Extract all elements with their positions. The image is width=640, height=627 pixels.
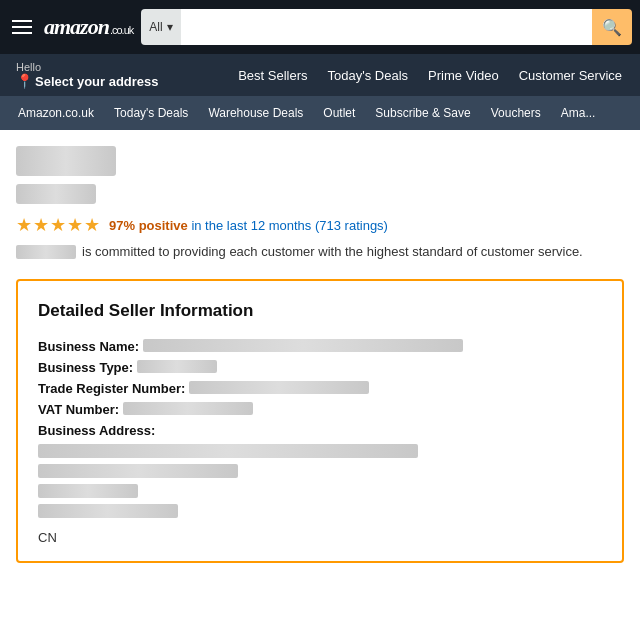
business-type-row: Business Type: [38, 360, 602, 375]
logo-text: amazon [44, 16, 109, 38]
chevron-down-icon: ▾ [167, 20, 173, 34]
nav-links: Best Sellers Today's Deals Prime Video C… [167, 64, 632, 87]
search-category-dropdown[interactable]: All ▾ [141, 9, 180, 45]
cat-vouchers[interactable]: Vouchers [481, 96, 551, 130]
seller-name-blur [16, 245, 76, 259]
category-navigation: Amazon.co.uk Today's Deals Warehouse Dea… [0, 96, 640, 130]
address-line-2 [38, 464, 238, 478]
business-type-label: Business Type: [38, 360, 133, 375]
address-selector[interactable]: Hello 📍 Select your address [8, 57, 167, 93]
business-type-value [137, 360, 217, 373]
logo-domain: .co.uk [110, 25, 133, 36]
commitment-text: is committed to providing each customer … [82, 244, 583, 259]
trade-register-row: Trade Register Number: [38, 381, 602, 396]
business-name-value [143, 339, 463, 352]
main-content: ★★★★★ 97% positive in the last 12 months… [0, 130, 640, 579]
address-lines [38, 444, 418, 524]
business-address-label: Business Address: [38, 423, 155, 438]
rating-text: 97% positive in the last 12 months (713 … [109, 218, 388, 233]
trade-register-value [189, 381, 369, 394]
search-button[interactable]: 🔍 [592, 9, 632, 45]
nav-todays-deals[interactable]: Today's Deals [318, 64, 419, 87]
hamburger-menu[interactable] [8, 16, 36, 38]
cat-subscribe-save[interactable]: Subscribe & Save [365, 96, 480, 130]
trade-register-label: Trade Register Number: [38, 381, 185, 396]
hello-text: Hello [16, 61, 159, 73]
amazon-logo[interactable]: amazon.co.uk [44, 16, 133, 38]
seller-sub-image [16, 184, 96, 204]
search-input[interactable] [181, 9, 592, 45]
select-address-text: Select your address [35, 74, 159, 89]
cat-todays-deals[interactable]: Today's Deals [104, 96, 198, 130]
country-code: CN [38, 530, 602, 545]
positive-percent: 97% positive [109, 218, 188, 233]
address-line-4 [38, 504, 178, 518]
nav-customer-service[interactable]: Customer Service [509, 64, 632, 87]
nav-best-sellers[interactable]: Best Sellers [228, 64, 317, 87]
location-icon: 📍 [16, 73, 33, 89]
vat-row: VAT Number: [38, 402, 602, 417]
seller-info-box: Detailed Seller Information Business Nam… [16, 279, 624, 563]
cat-more[interactable]: Ama... [551, 96, 606, 130]
vat-value [123, 402, 253, 415]
top-navigation: amazon.co.uk All ▾ 🔍 [0, 0, 640, 54]
rating-row: ★★★★★ 97% positive in the last 12 months… [16, 214, 624, 236]
cat-warehouse-deals[interactable]: Warehouse Deals [198, 96, 313, 130]
seller-info-title: Detailed Seller Information [38, 301, 602, 321]
commitment-row: is committed to providing each customer … [16, 244, 624, 259]
address-line-1 [38, 444, 418, 458]
search-bar: All ▾ 🔍 [141, 9, 632, 45]
seller-image [16, 146, 116, 176]
rating-link[interactable]: in the last 12 months (713 ratings) [191, 218, 388, 233]
vat-label: VAT Number: [38, 402, 119, 417]
cat-outlet[interactable]: Outlet [313, 96, 365, 130]
nav-prime-video[interactable]: Prime Video [418, 64, 509, 87]
cat-amazon-uk[interactable]: Amazon.co.uk [8, 96, 104, 130]
business-name-label: Business Name: [38, 339, 139, 354]
search-icon: 🔍 [602, 19, 622, 36]
business-address-row: Business Address: [38, 423, 602, 524]
business-name-row: Business Name: [38, 339, 602, 354]
address-line-3 [38, 484, 138, 498]
second-navigation: Hello 📍 Select your address Best Sellers… [0, 54, 640, 96]
star-rating: ★★★★★ [16, 214, 101, 236]
